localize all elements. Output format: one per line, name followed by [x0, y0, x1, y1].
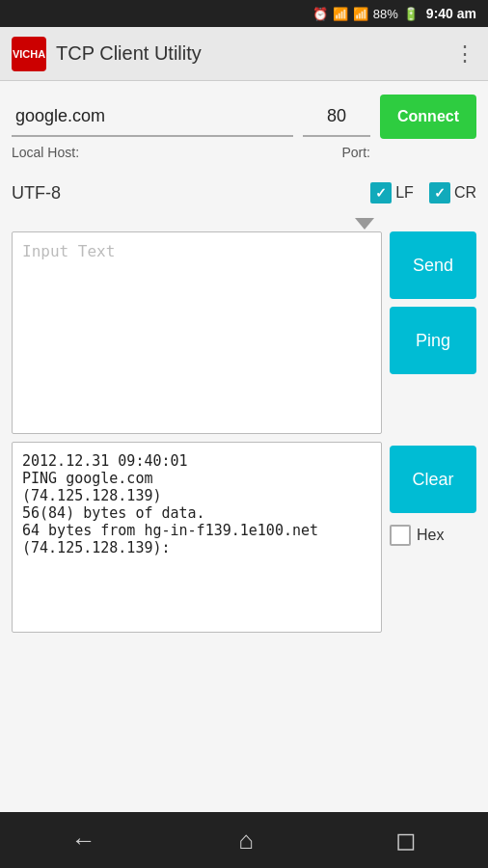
port-label: Port: — [341, 145, 370, 160]
status-bar: ⏰ 📶 📶 88% 🔋 9:40 am — [0, 0, 488, 27]
connection-labels: Local Host: Port: — [12, 145, 476, 160]
checkbox-group: ✓ LF ✓ CR — [370, 182, 476, 203]
overview-button[interactable]: ◻ — [376, 818, 436, 863]
logo-text: VICHA — [13, 48, 45, 60]
app-title: TCP Client Utility — [56, 42, 454, 65]
connection-row: Connect — [12, 95, 476, 139]
wifi-icon: 📶 — [333, 7, 348, 21]
app-logo: VICHA — [12, 37, 46, 71]
title-bar: VICHA TCP Client Utility ⋮ — [0, 27, 488, 81]
home-button[interactable]: ⌂ — [219, 818, 273, 863]
status-icons: ⏰ 📶 📶 88% 🔋 — [312, 7, 419, 21]
cr-checkbox[interactable]: ✓ — [429, 182, 450, 203]
send-button[interactable]: Send — [390, 231, 476, 299]
connect-button[interactable]: Connect — [380, 95, 476, 139]
lf-checkbox-item[interactable]: ✓ LF — [370, 182, 414, 203]
hex-checkbox[interactable] — [390, 525, 411, 546]
clear-button[interactable]: Clear — [390, 446, 476, 513]
input-textarea[interactable] — [12, 231, 382, 434]
lf-label: LF — [395, 184, 414, 202]
clock-icon: ⏰ — [312, 7, 328, 21]
lf-checkbox[interactable]: ✓ — [370, 182, 392, 203]
output-right-panel: Clear Hex — [390, 442, 476, 633]
lf-checkmark: ✓ — [375, 185, 387, 201]
hex-label: Hex — [417, 527, 444, 544]
output-textarea[interactable]: 2012.12.31 09:40:01 PING google.com (74.… — [12, 442, 382, 633]
output-section: 2012.12.31 09:40:01 PING google.com (74.… — [12, 442, 476, 633]
dropdown-arrow-icon — [355, 218, 374, 230]
cr-checkbox-item[interactable]: ✓ CR — [429, 182, 476, 203]
cr-label: CR — [454, 184, 476, 202]
back-button[interactable]: ← — [52, 818, 116, 863]
signal-icon: 📶 — [353, 7, 368, 21]
ping-button[interactable]: Ping — [390, 307, 476, 374]
hex-group: Hex — [390, 521, 476, 546]
local-host-label: Local Host: — [12, 145, 341, 160]
main-content: Connect Local Host: Port: UTF-8 ✓ LF ✓ C… — [0, 81, 488, 812]
battery-icon: 🔋 — [403, 7, 419, 21]
input-section: Send Ping — [12, 231, 476, 434]
divider-row — [12, 218, 476, 230]
encoding-row: UTF-8 ✓ LF ✓ CR — [12, 176, 476, 210]
cr-checkmark: ✓ — [434, 185, 446, 201]
port-input[interactable] — [303, 96, 370, 137]
status-time: 9:40 am — [426, 6, 476, 21]
menu-button[interactable]: ⋮ — [454, 41, 476, 67]
encoding-label: UTF-8 — [12, 183, 370, 203]
host-input[interactable] — [12, 96, 293, 137]
nav-bar: ← ⌂ ◻ — [0, 812, 488, 868]
battery-label: 88% — [373, 7, 398, 21]
right-buttons: Send Ping — [390, 231, 476, 434]
